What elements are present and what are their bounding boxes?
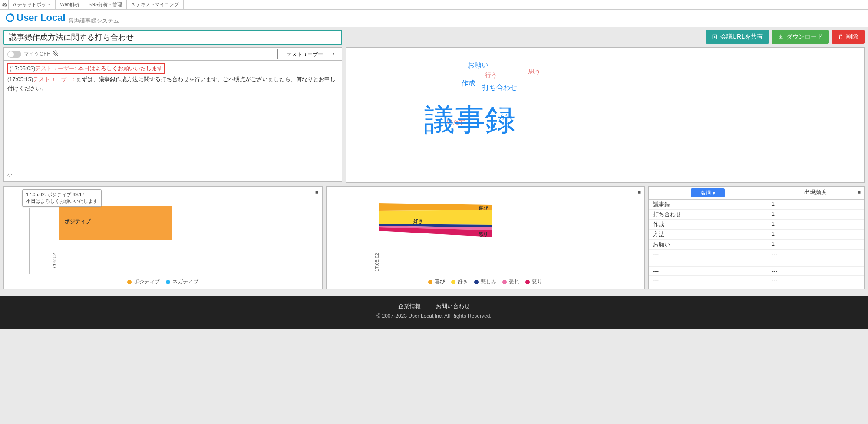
table-row: 議事録1 xyxy=(649,200,864,210)
chart-menu-icon[interactable]: ≡ xyxy=(857,189,861,196)
share-icon xyxy=(712,34,718,40)
x-axis xyxy=(352,274,640,274)
count-cell: 1 xyxy=(767,220,864,229)
wordcloud-word[interactable]: いたす xyxy=(447,118,465,126)
table-row: 方法1 xyxy=(649,230,864,240)
count-cell: --- xyxy=(767,276,864,284)
emotion-legend: 喜び 好き 悲しみ 恐れ 怒り xyxy=(327,278,645,286)
y-axis xyxy=(29,208,30,274)
mic-bar: マイクOFF テストユーザー xyxy=(3,47,342,60)
page-footer: 企業情報 お問い合わせ © 2007-2023 User Local,Inc. … xyxy=(0,296,868,329)
download-button[interactable]: ダウンロード xyxy=(772,30,829,44)
wordcloud-word[interactable]: お願い xyxy=(468,61,488,70)
utterance-text: 本日はよろしくお願いいたします xyxy=(76,65,163,72)
term-cell: 方法 xyxy=(649,230,767,239)
timestamp: (17:05:15) xyxy=(7,76,33,82)
table-row: ------ xyxy=(649,250,864,258)
mic-toggle[interactable] xyxy=(7,51,21,58)
share-url-button[interactable]: 会議URLを共有 xyxy=(706,30,769,44)
table-row: ------ xyxy=(649,267,864,276)
transcript-line[interactable]: (17:05:15)テストユーザー: まずは、議事録作成方法に関する打ち合わせを… xyxy=(7,75,338,93)
speaker-name: テストユーザー: xyxy=(33,76,74,82)
emotion-chart: ≡ 喜び 好き 怒り 17:05:02 喜び 好き 悲しみ 恐れ 怒り xyxy=(326,186,645,289)
wordcloud-word[interactable]: 打ち合わせ xyxy=(482,83,517,92)
table-row: ------ xyxy=(649,276,864,284)
frequency-table: ≡ 名詞▾ 出現頻度 議事録1打ち合わせ1作成1方法1お願い1---------… xyxy=(648,186,865,289)
nav-link-textmining[interactable]: AIテキストマイニング xyxy=(127,0,183,9)
x-axis xyxy=(29,274,317,274)
term-cell: --- xyxy=(649,267,767,275)
footer-link-contact[interactable]: お問い合わせ xyxy=(436,303,470,309)
transcript-line[interactable]: (17:05:02)テストユーザー: 本日はよろしくお願いいたします xyxy=(7,63,165,74)
table-row: 打ち合わせ1 xyxy=(649,210,864,220)
brand-mini-logo: ◎ xyxy=(0,0,9,9)
trash-icon xyxy=(838,34,844,40)
mic-status-label: マイクOFF xyxy=(24,50,50,58)
count-cell: 1 xyxy=(767,240,864,249)
table-row: 作成1 xyxy=(649,220,864,230)
table-row: ------ xyxy=(649,284,864,293)
mic-off-icon xyxy=(53,50,59,58)
brand-logo: User Local xyxy=(5,12,66,23)
count-cell: 1 xyxy=(767,230,864,239)
meeting-title-input[interactable] xyxy=(3,30,342,45)
wordcloud-word[interactable]: 思う xyxy=(528,68,541,76)
logo-icon xyxy=(5,13,15,23)
term-cell: 打ち合わせ xyxy=(649,210,767,219)
term-cell: --- xyxy=(649,284,767,293)
chart-menu-icon[interactable]: ≡ xyxy=(637,189,641,196)
x-tick-label: 17:05:02 xyxy=(52,253,57,272)
action-buttons: 会議URLを共有 ダウンロード 削除 xyxy=(706,30,865,44)
sentiment-legend: ポジティブ ネガティブ xyxy=(4,278,322,286)
term-cell: --- xyxy=(649,250,767,258)
wordcloud-word[interactable]: 作成 xyxy=(462,79,475,88)
brand-bar: User Local 音声議事録システム xyxy=(0,10,868,27)
nav-link-web[interactable]: Web解析 xyxy=(56,0,84,9)
emotion-label-anger: 怒り xyxy=(479,231,488,237)
emotion-label-like: 好き xyxy=(413,218,423,224)
freq-header-count: 出現頻度 xyxy=(767,187,864,199)
global-nav: ◎ AIチャットボット Web解析 SNS分析・管理 AIテキストマイニング xyxy=(0,0,868,10)
term-cell: 議事録 xyxy=(649,200,767,209)
speaker-select[interactable]: テストユーザー xyxy=(277,49,338,59)
transcript-panel[interactable]: (17:05:02)テストユーザー: 本日はよろしくお願いいたします(17:05… xyxy=(3,60,342,182)
speaker-name: テストユーザー: xyxy=(35,65,76,72)
wordcloud-panel: 議事録お願い行う思う作成打ち合わせいたす方法 xyxy=(346,47,865,183)
svg-marker-1 xyxy=(379,203,492,211)
wordcloud-word[interactable]: 方法 xyxy=(499,113,512,121)
size-indicator: 小 xyxy=(7,171,338,179)
table-row: ------ xyxy=(649,258,864,267)
x-tick-label: 17:05:02 xyxy=(374,253,380,272)
copyright: © 2007-2023 User Local,Inc. All Rights R… xyxy=(0,313,868,319)
chevron-down-icon: ▾ xyxy=(713,190,715,196)
y-axis xyxy=(352,208,352,274)
delete-button[interactable]: 削除 xyxy=(832,30,865,44)
wordcloud-word[interactable]: 行う xyxy=(485,72,497,79)
term-cell: 作成 xyxy=(649,220,767,229)
pos-filter-dropdown[interactable]: 名詞▾ xyxy=(691,188,725,197)
count-cell: --- xyxy=(767,267,864,275)
term-cell: --- xyxy=(649,276,767,284)
count-cell: 1 xyxy=(767,210,864,219)
count-cell: --- xyxy=(767,258,864,266)
count-cell: --- xyxy=(767,250,864,258)
area-label: ポジティブ xyxy=(65,218,91,225)
table-row: お願い1 xyxy=(649,240,864,250)
chart-tooltip: 17.05.02. ポジティブ 69.17 本日はよろしくお願いいたします xyxy=(22,189,102,207)
nav-link-sns[interactable]: SNS分析・管理 xyxy=(84,0,127,9)
term-cell: お願い xyxy=(649,240,767,249)
emotion-stacked-area xyxy=(379,203,492,238)
svg-marker-2 xyxy=(379,210,492,225)
count-cell: --- xyxy=(767,284,864,293)
emotion-label-joy: 喜び xyxy=(479,205,488,211)
count-cell: 1 xyxy=(767,200,864,209)
footer-link-company[interactable]: 企業情報 xyxy=(398,303,421,309)
chart-menu-icon[interactable]: ≡ xyxy=(315,189,319,196)
brand-tagline: 音声議事録システム xyxy=(68,17,119,25)
nav-link-chatbot[interactable]: AIチャットボット xyxy=(9,0,56,9)
term-cell: --- xyxy=(649,258,767,266)
sentiment-chart: ≡ 17.05.02. ポジティブ 69.17 本日はよろしくお願いいたします … xyxy=(3,186,323,289)
timestamp: (17:05:02) xyxy=(10,65,35,72)
download-icon xyxy=(778,34,784,40)
